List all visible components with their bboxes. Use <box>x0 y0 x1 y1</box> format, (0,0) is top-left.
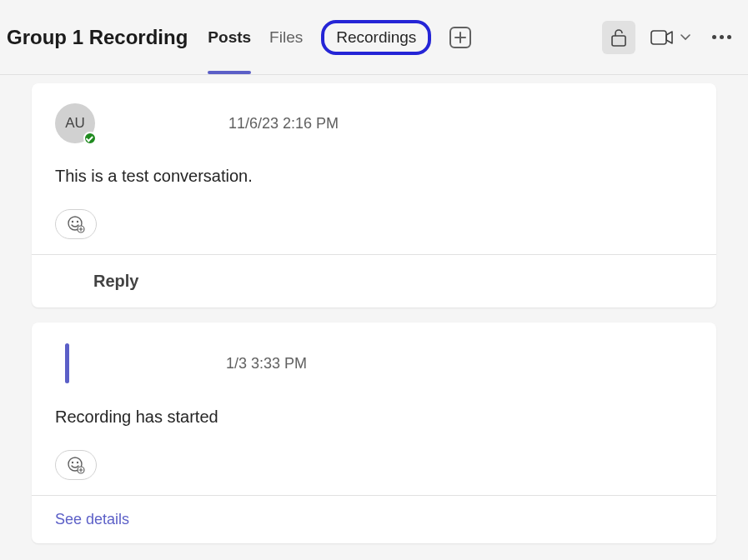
avatar[interactable]: AU <box>55 103 95 143</box>
plus-icon <box>454 32 466 43</box>
post-body-text: This is a test conversation. <box>55 167 693 186</box>
post-card: AU 11/6/23 2:16 PM This is a test conver… <box>32 83 716 308</box>
page-title: Group 1 Recording <box>7 26 188 49</box>
presence-available-icon <box>83 132 97 145</box>
tab-recordings[interactable]: Recordings <box>321 20 431 55</box>
lock-button[interactable] <box>602 21 635 54</box>
emoji-add-icon <box>67 215 85 233</box>
tab-posts[interactable]: Posts <box>208 0 251 74</box>
tabs: Posts Files Recordings <box>208 0 471 74</box>
reply-row[interactable]: Reply <box>32 254 716 308</box>
add-reaction-button[interactable] <box>55 450 97 480</box>
channel-header: Group 1 Recording Posts Files Recordings <box>0 0 748 75</box>
post-header: 1/3 3:33 PM <box>55 342 693 384</box>
header-actions <box>602 21 738 54</box>
post-body-text: Recording has started <box>55 408 693 427</box>
see-details-link[interactable]: See details <box>55 511 693 528</box>
svg-rect-0 <box>651 31 666 44</box>
reply-button[interactable]: Reply <box>93 272 138 291</box>
post-timestamp: 1/3 3:33 PM <box>226 355 307 372</box>
accent-bar <box>65 343 69 383</box>
details-row: See details <box>32 495 716 543</box>
post-card: 1/3 3:33 PM Recording has started See de… <box>32 322 716 543</box>
tab-files[interactable]: Files <box>269 0 303 74</box>
more-icon <box>712 35 716 39</box>
svg-point-6 <box>72 462 73 463</box>
svg-point-3 <box>77 221 78 222</box>
add-reaction-button[interactable] <box>55 209 97 239</box>
video-meet-button[interactable] <box>650 29 690 46</box>
video-icon <box>650 29 674 46</box>
chevron-down-icon <box>680 34 690 41</box>
add-tab-button[interactable] <box>449 27 471 48</box>
content-area: AU 11/6/23 2:16 PM This is a test conver… <box>0 75 748 543</box>
svg-point-7 <box>77 462 78 463</box>
post-timestamp: 11/6/23 2:16 PM <box>228 115 339 132</box>
lock-icon <box>610 28 627 47</box>
post-header: AU 11/6/23 2:16 PM <box>55 103 693 143</box>
emoji-add-icon <box>67 456 85 474</box>
more-options-button[interactable] <box>705 28 738 46</box>
svg-point-2 <box>72 221 73 222</box>
